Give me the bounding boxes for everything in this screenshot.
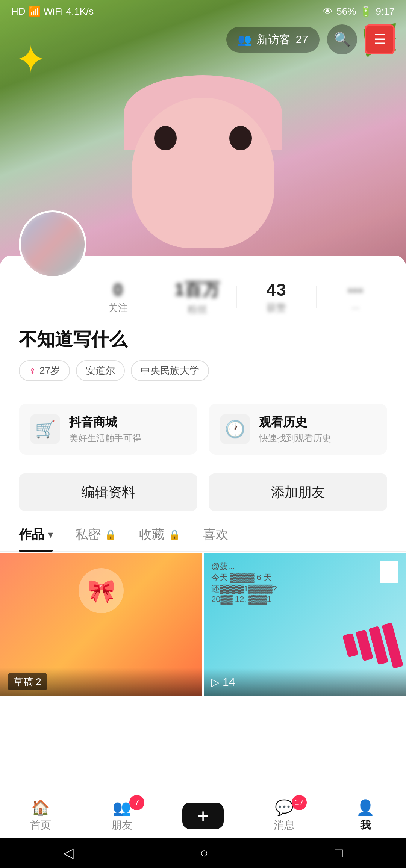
hd-indicator: HD [11,6,26,17]
nav-me-label: 我 [360,818,371,832]
tab-works-arrow: ▾ [48,529,53,540]
friends-icon: 👥 [112,799,131,817]
nav-home[interactable]: 🏠 首页 [11,799,71,832]
nav-home-label: 首页 [30,818,51,832]
history-subtitle: 快速找到观看历史 [259,432,331,444]
bio-name: 不知道写什么 [19,327,387,351]
tab-works[interactable]: 作品 ▾ [19,526,53,551]
tab-likes-label: 喜欢 [203,526,229,543]
main-content-card: 0 关注 1百万 粉丝 43 获赞 ··· ··· 不知道写什么 ♀ 27岁 安… [0,256,406,868]
tab-collection[interactable]: 收藏 🔒 [139,526,180,551]
history-title: 观看历史 [259,414,331,431]
friends-badge: 7 [129,795,144,810]
nav-friends-label: 朋友 [111,818,132,832]
history-icon: 🕐 [220,414,250,444]
age-tag[interactable]: ♀ 27岁 [19,360,70,381]
video-overlay-1: 草稿 2 [0,668,202,696]
fans-count: 1百万 [174,278,220,301]
gender-icon: ♀ [29,365,36,377]
back-button[interactable]: ◁ [63,845,74,861]
play-icon: ▷ [211,676,220,688]
bio-tags: ♀ 27岁 安道尔 中央民族大学 [19,360,387,381]
video-thumb-play[interactable]: @菠... 今天 ▓▓▓▓ 6 天 还▓▓▓▓1▓▓▓▓? 20▓▓ 12. ▓… [204,553,406,696]
history-link[interactable]: 🕐 观看历史 快速找到观看历史 [209,404,387,455]
video-caption: @菠... 今天 ▓▓▓▓ 6 天 还▓▓▓▓1▓▓▓▓? 20▓▓ 12. ▓… [211,561,398,604]
extra-count: ··· [348,280,363,301]
video-bookmark [380,561,398,583]
school-label: 中央民族大学 [141,364,199,377]
wifi-icon: WiFi [44,6,63,17]
nav-add[interactable]: + [173,803,233,829]
battery-level: 56% [336,6,356,17]
video-thumb-draft[interactable]: 🎀 草稿 2 [0,553,202,696]
bio-section: 不知道写什么 ♀ 27岁 安道尔 中央民族大学 [0,327,406,392]
menu-button[interactable]: ☰ [365,24,395,54]
time-display: 9:17 [376,6,395,17]
tab-private-label: 私密 [75,526,101,543]
stat-divider-2 [236,286,237,308]
stat-divider-1 [158,286,158,308]
home-button[interactable]: ○ [200,845,208,861]
tab-private-lock: 🔒 [105,529,117,541]
action-buttons: 编辑资料 添加朋友 [0,466,406,522]
visitors-button[interactable]: 👥 新访客 27 [226,27,320,53]
tab-collection-lock: 🔒 [168,529,180,541]
stat-following[interactable]: 0 关注 [86,280,150,315]
add-icon: + [197,805,208,827]
play-count: ▷ 14 [211,676,398,688]
status-left: HD 📶 WiFi 4.1K/s [11,6,94,17]
signal-icon: 📶 [29,6,41,17]
android-nav: ◁ ○ □ [0,838,406,868]
status-bar: HD 📶 WiFi 4.1K/s 👁 56% 🔋 9:17 [0,0,406,23]
age-label: 27岁 [39,364,60,377]
recent-button[interactable]: □ [335,845,343,861]
stat-divider-3 [316,286,317,308]
hamburger-icon: ☰ [374,32,386,47]
tabs-row: 作品 ▾ 私密 🔒 收藏 🔒 喜欢 [0,522,406,552]
speed-indicator: 4.1K/s [66,6,94,17]
following-count: 0 [113,280,123,300]
search-icon: 🔍 [334,32,351,47]
extra-label: ··· [351,302,360,314]
quick-links: 🛒 抖音商城 美好生活触手可得 🕐 观看历史 快速找到观看历史 [0,392,406,466]
tab-works-label: 作品 [19,526,44,543]
add-friend-button[interactable]: 添加朋友 [209,473,387,511]
school-tag[interactable]: 中央民族大学 [131,360,209,381]
stat-fans[interactable]: 1百万 粉丝 [166,278,229,316]
following-label: 关注 [108,301,128,315]
messages-icon: 💬 [275,799,294,817]
draft-badge: 草稿 2 [8,673,47,690]
fans-label: 粉丝 [188,303,207,316]
history-text: 观看历史 快速找到观看历史 [259,414,331,444]
add-button[interactable]: + [182,803,224,829]
nav-messages[interactable]: 💬 消息 17 [254,799,314,832]
video-overlay-2: ▷ 14 [204,668,406,696]
battery-icon: 🔋 [360,6,372,17]
search-button[interactable]: 🔍 [327,24,357,54]
stat-extra[interactable]: ··· ··· [324,280,388,314]
edit-profile-button[interactable]: 编辑资料 [19,473,197,511]
avatar[interactable] [19,210,86,278]
location-tag[interactable]: 安道尔 [76,360,125,381]
nav-me[interactable]: 👤 我 [335,799,395,832]
visitors-icon: 👥 [238,33,251,46]
shop-title: 抖音商城 [69,414,141,431]
eye-icon: 👁 [323,6,333,17]
avatar-section [19,210,86,278]
nav-friends[interactable]: 👥 朋友 7 [92,799,152,832]
likes-count: 43 [267,280,286,300]
top-nav: 👥 新访客 27 🔍 ☰ [0,23,406,56]
video-deco: 🎀 [79,568,124,613]
home-icon: 🏠 [31,799,50,817]
avatar-blur [21,212,85,276]
visitors-count: 27 [296,33,308,46]
shop-icon: 🛒 [30,414,60,444]
video-grid: 🎀 草稿 2 @菠... 今天 ▓▓▓▓ 6 天 还▓▓▓▓1▓▓▓▓? 20▓… [0,552,406,697]
messages-badge: 17 [292,795,307,810]
shop-subtitle: 美好生活触手可得 [69,432,141,444]
play-count-num: 14 [223,676,235,688]
stat-likes[interactable]: 43 获赞 [245,280,308,315]
tab-private[interactable]: 私密 🔒 [75,526,117,551]
shop-link[interactable]: 🛒 抖音商城 美好生活触手可得 [19,404,197,455]
tab-likes[interactable]: 喜欢 [203,526,229,551]
